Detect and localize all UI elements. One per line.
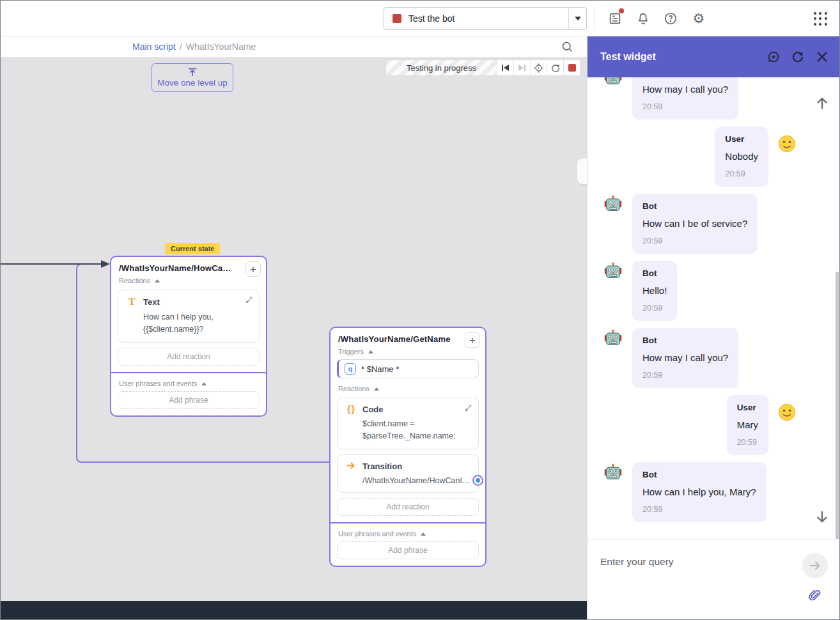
transition-reaction-card[interactable]: Transition /WhatIsYourName/HowCanI…: [337, 454, 479, 493]
collapse-icon: [374, 387, 379, 391]
chat-input-area: [587, 539, 840, 620]
attach-file-icon[interactable]: [808, 589, 822, 603]
panel-collapse-handle[interactable]: [577, 159, 587, 184]
chat-log[interactable]: Bot How may I call you? 20:59 User Nobod…: [587, 77, 840, 539]
test-widget-title: Test widget: [600, 51, 656, 63]
chat-bubble: User Mary 20:59: [727, 395, 768, 455]
breadcrumb: Main script / WhatIsYourName: [0, 36, 587, 58]
transition-reaction-icon: [345, 461, 357, 471]
code-reaction-card[interactable]: { } Code $client.name = $parseTree._Name…: [337, 398, 479, 449]
bot-avatar: [603, 328, 623, 348]
step-back-button[interactable]: [497, 60, 513, 75]
state-title[interactable]: /WhatIsYourName/HowCa…: [119, 263, 231, 273]
chat-message-user: User Mary 20:59: [587, 395, 840, 455]
breadcrumb-separator: /: [180, 42, 182, 52]
collapse-icon: [201, 382, 206, 385]
chat-bubble: User Nobody 20:59: [715, 127, 768, 187]
chat-bubble: Bot How can I help you, Mary? 20:59: [632, 462, 766, 522]
add-reaction-button[interactable]: Add reaction: [337, 498, 479, 516]
bot-avatar: [603, 194, 623, 214]
bot-avatar: [603, 462, 623, 483]
bottom-bar: [0, 601, 587, 620]
bot-selector[interactable]: Test the bot: [384, 7, 587, 30]
chat-message-bot: Bot How may I call you? 20:59: [587, 77, 840, 120]
collapse-icon: [421, 532, 426, 536]
collapse-icon: [155, 279, 160, 283]
chat-message-bot: Bot Hello! 20:59: [587, 261, 840, 321]
connection-lines: [0, 58, 587, 601]
script-canvas[interactable]: Move one level up Testing in progress: [0, 58, 587, 601]
test-widget-panel: Test widget: [587, 36, 840, 620]
app-window: Test the bot ⚙ Main script / WhatIsYourN…: [0, 0, 840, 620]
add-reaction-button[interactable]: Add reaction: [118, 348, 260, 366]
query-input[interactable]: [600, 554, 792, 570]
move-one-level-up-button[interactable]: Move one level up: [152, 63, 233, 92]
text-reaction-card[interactable]: T Text How can I help you, {{$client.nam…: [118, 290, 260, 343]
edit-pen-icon[interactable]: [465, 404, 472, 414]
pattern-type-badge: q: [345, 363, 356, 375]
user-phrases-section-toggle[interactable]: User phrases and events: [111, 378, 266, 390]
add-block-button[interactable]: +: [245, 261, 261, 277]
restart-session-icon[interactable]: [790, 49, 805, 65]
state-node-howcanihelp[interactable]: /WhatIsYourName/HowCa… + Reactions T Tex…: [110, 256, 267, 417]
chat-message-bot: Bot How can I help you, Mary? 20:59: [587, 462, 840, 522]
current-state-badge: Current state: [165, 243, 220, 254]
bot-avatar: [603, 77, 623, 88]
bell-icon[interactable]: [635, 10, 651, 27]
breadcrumb-root-link[interactable]: Main script: [132, 42, 176, 52]
chat-message-bot: Bot How can I be of service? 20:59: [587, 194, 840, 254]
smiley-emoji: [777, 134, 797, 153]
news-feed-icon[interactable]: [607, 10, 623, 27]
user-phrases-section-toggle[interactable]: User phrases and events: [331, 529, 485, 540]
testing-status-chip: Testing in progress: [386, 60, 497, 75]
reactions-section-toggle[interactable]: Reactions: [331, 384, 485, 395]
add-phrase-button[interactable]: Add phrase: [337, 541, 479, 559]
code-reaction-icon: { }: [345, 404, 357, 414]
chat-bubble: Bot Hello! 20:59: [632, 261, 677, 321]
smiley-emoji: [777, 403, 797, 422]
top-bar: Test the bot ⚙: [0, 0, 840, 36]
chat-message-user: User Nobody 20:59: [587, 127, 840, 187]
chat-bubble: Bot How can I be of service? 20:59: [632, 194, 758, 254]
add-phrase-button[interactable]: Add phrase: [118, 391, 260, 409]
testing-toolbar: Testing in progress: [385, 59, 580, 76]
gear-icon[interactable]: ⚙: [690, 10, 707, 27]
chat-bubble: Bot How may I call you? 20:59: [632, 328, 738, 388]
send-button[interactable]: [802, 553, 828, 578]
search-icon[interactable]: [561, 40, 574, 56]
add-block-button[interactable]: +: [465, 332, 480, 348]
breadcrumb-current: WhatIsYourName: [186, 42, 256, 52]
chat-bubble: Bot How may I call you? 20:59: [632, 77, 738, 120]
bot-status-square: [393, 14, 401, 23]
send-arrow-icon: [808, 559, 822, 573]
edit-pen-icon[interactable]: [245, 296, 253, 306]
reactions-section-toggle[interactable]: Reactions: [111, 275, 266, 287]
state-title[interactable]: /WhatIsYourName/GetName: [338, 334, 451, 344]
new-chat-icon[interactable]: [766, 49, 781, 65]
notification-badge: [619, 8, 624, 13]
bot-selector-label: Test the bot: [408, 13, 455, 24]
apps-grid-icon[interactable]: [813, 11, 829, 27]
collapse-icon: [368, 350, 373, 353]
chat-message-bot: Bot How may I call you? 20:59: [587, 328, 840, 388]
header-divider: [595, 7, 595, 29]
pattern-trigger-field[interactable]: q * $Name *: [337, 359, 479, 378]
arrow-up-to-bar-icon: [187, 68, 198, 77]
stop-icon: [568, 64, 576, 72]
scroll-to-bottom-icon[interactable]: [814, 509, 830, 527]
transition-target-icon[interactable]: [472, 475, 483, 486]
stop-test-button[interactable]: [563, 60, 580, 75]
step-forward-button[interactable]: [513, 60, 530, 75]
help-icon[interactable]: [662, 10, 679, 27]
triggers-section-toggle[interactable]: Triggers: [331, 346, 485, 358]
close-icon[interactable]: [814, 49, 830, 65]
bot-selector-caret[interactable]: [568, 8, 586, 29]
text-reaction-icon: T: [126, 296, 137, 307]
scroll-to-top-icon[interactable]: [814, 95, 830, 113]
refresh-test-button[interactable]: [547, 60, 563, 75]
state-node-getname[interactable]: /WhatIsYourName/GetName + Triggers q * $…: [329, 327, 486, 567]
chevron-down-icon: [575, 17, 581, 20]
locate-state-button[interactable]: [530, 60, 547, 75]
test-widget-header: Test widget: [587, 36, 840, 77]
chat-scrollbar[interactable]: [836, 272, 839, 539]
